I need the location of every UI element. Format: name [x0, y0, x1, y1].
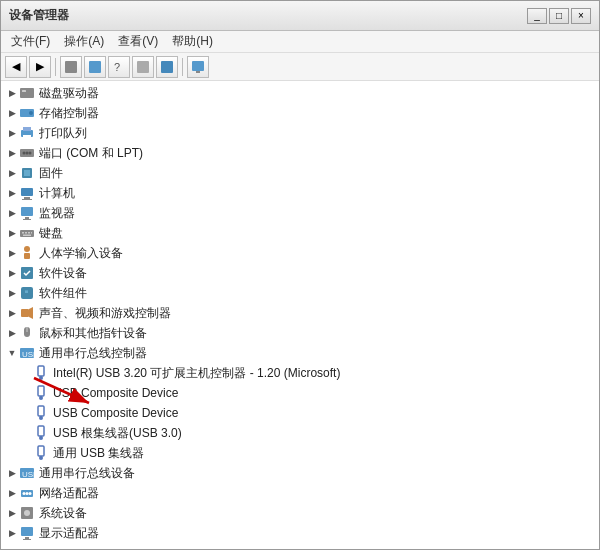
close-button[interactable]: × — [571, 8, 591, 24]
tree-item[interactable]: 通用 USB 集线器 — [1, 443, 599, 463]
expand-icon[interactable]: ▶ — [5, 146, 19, 160]
svg-rect-54 — [38, 446, 44, 456]
expand-icon[interactable]: ▶ — [5, 206, 19, 220]
svg-marker-37 — [29, 307, 33, 319]
minimize-button[interactable]: _ — [527, 8, 547, 24]
expand-icon[interactable]: ▶ — [5, 86, 19, 100]
device-tree[interactable]: ▶磁盘驱动器▶存储控制器▶打印队列▶端口 (COM 和 LPT)▶固件▶计算机▶… — [1, 81, 599, 549]
tree-item[interactable]: ▶端口 (COM 和 LPT) — [1, 143, 599, 163]
expand-icon[interactable]: ▶ — [5, 186, 19, 200]
expand-icon[interactable]: ▶ — [5, 286, 19, 300]
menu-action[interactable]: 操作(A) — [58, 31, 110, 52]
item-label: 鼠标和其他指针设备 — [39, 325, 147, 342]
display-icon — [19, 525, 35, 541]
tree-item[interactable]: ▶存储控制器 — [1, 103, 599, 123]
tree-item[interactable]: ▼USB通用串行总线控制器 — [1, 343, 599, 363]
menu-help[interactable]: 帮助(H) — [166, 31, 219, 52]
svg-point-15 — [23, 152, 26, 155]
svg-rect-1 — [89, 61, 101, 73]
expand-icon[interactable]: ▶ — [5, 246, 19, 260]
svg-rect-28 — [25, 232, 27, 234]
toolbar-btn-4[interactable] — [132, 56, 154, 78]
storage-icon — [19, 105, 35, 121]
expand-icon[interactable]: ▶ — [5, 506, 19, 520]
tree-item[interactable]: ▶显示适配器 — [1, 523, 599, 543]
tree-item[interactable]: ▶监视器 — [1, 203, 599, 223]
expand-icon[interactable]: ▶ — [5, 166, 19, 180]
item-label: 固件 — [39, 165, 63, 182]
toolbar-btn-3[interactable]: ? — [108, 56, 130, 78]
tree-item[interactable]: ▶声音、视频和游戏控制器 — [1, 303, 599, 323]
svg-rect-33 — [24, 253, 30, 259]
expand-icon[interactable]: ▶ — [5, 486, 19, 500]
tree-item[interactable]: USB 根集线器(USB 3.0) — [1, 423, 599, 443]
tree-item[interactable]: ▶人体学输入设备 — [1, 243, 599, 263]
toolbar-btn-2[interactable] — [84, 56, 106, 78]
toolbar-separator-1 — [55, 58, 56, 76]
toolbar-btn-1[interactable] — [60, 56, 82, 78]
item-label: USB 根集线器(USB 3.0) — [53, 425, 182, 442]
svg-text:?: ? — [114, 61, 120, 73]
svg-rect-8 — [22, 90, 26, 92]
tree-item[interactable]: ▶固件 — [1, 163, 599, 183]
maximize-button[interactable]: □ — [549, 8, 569, 24]
item-label: 网络适配器 — [39, 485, 99, 502]
expand-icon[interactable]: ▶ — [5, 226, 19, 240]
toolbar: ◀ ▶ ? — [1, 53, 599, 81]
toolbar-btn-5[interactable] — [156, 56, 178, 78]
tree-item[interactable]: ▶磁盘驱动器 — [1, 83, 599, 103]
software-icon — [19, 265, 35, 281]
svg-rect-48 — [38, 406, 44, 416]
svg-rect-36 — [21, 309, 29, 317]
toolbar-icon-4 — [136, 60, 150, 74]
system-icon — [19, 505, 35, 521]
tree-item[interactable]: Intel(R) USB 3.20 可扩展主机控制器 - 1.20 (Micro… — [1, 363, 599, 383]
tree-item[interactable]: ▶鼠标和其他指针设备 — [1, 323, 599, 343]
svg-point-64 — [24, 510, 30, 516]
toolbar-btn-6[interactable] — [187, 56, 209, 78]
usb-ctrl-icon: USB — [19, 465, 35, 481]
svg-rect-27 — [22, 232, 24, 234]
item-label: 键盘 — [39, 225, 63, 242]
svg-text:USB: USB — [22, 470, 35, 479]
toolbar-separator-2 — [182, 58, 183, 76]
back-button[interactable]: ◀ — [5, 56, 27, 78]
item-label: 存储控制器 — [39, 105, 99, 122]
forward-button[interactable]: ▶ — [29, 56, 51, 78]
svg-rect-21 — [24, 197, 30, 199]
tree-item[interactable]: USB Composite Device — [1, 383, 599, 403]
item-label: 通用串行总线设备 — [39, 465, 135, 482]
tree-item[interactable]: ▶打印队列 — [1, 123, 599, 143]
item-label: 监视器 — [39, 205, 75, 222]
usb-icon — [33, 385, 49, 401]
tree-item[interactable]: USB Composite Device — [1, 403, 599, 423]
toolbar-icon-5 — [160, 60, 174, 74]
chip-icon — [19, 165, 35, 181]
tree-item[interactable]: ▶网络适配器 — [1, 483, 599, 503]
tree-item[interactable]: ▶键盘 — [1, 223, 599, 243]
item-label: 计算机 — [39, 185, 75, 202]
svg-rect-24 — [25, 217, 29, 219]
usb-ctrl-icon: USB — [19, 345, 35, 361]
usb-icon — [33, 405, 49, 421]
expand-icon[interactable]: ▶ — [5, 106, 19, 120]
expand-icon[interactable]: ▶ — [5, 526, 19, 540]
menu-file[interactable]: 文件(F) — [5, 31, 56, 52]
tree-item[interactable]: ▶软件组件 — [1, 283, 599, 303]
expand-icon[interactable]: ▶ — [5, 306, 19, 320]
expand-icon[interactable]: ▶ — [5, 126, 19, 140]
expand-icon[interactable]: ▶ — [5, 266, 19, 280]
tree-item[interactable]: ▶USB通用串行总线设备 — [1, 463, 599, 483]
expand-icon[interactable]: ▼ — [5, 346, 19, 360]
expand-icon[interactable]: ▶ — [5, 466, 19, 480]
tree-item[interactable]: ▶系统设备 — [1, 503, 599, 523]
expand-icon[interactable]: ▶ — [5, 326, 19, 340]
item-label: USB Composite Device — [53, 406, 178, 420]
printer-icon — [19, 125, 35, 141]
tree-item[interactable]: ▶软件设备 — [1, 263, 599, 283]
menu-view[interactable]: 查看(V) — [112, 31, 164, 52]
title-bar: 设备管理器 _ □ × — [1, 1, 599, 31]
device-manager-window: 设备管理器 _ □ × 文件(F) 操作(A) 查看(V) 帮助(H) ◀ ▶ … — [0, 0, 600, 550]
svg-rect-42 — [38, 366, 44, 376]
tree-item[interactable]: ▶计算机 — [1, 183, 599, 203]
